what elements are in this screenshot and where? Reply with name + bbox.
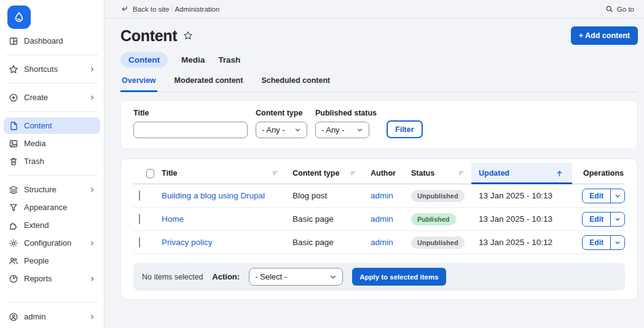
content-type-select[interactable]: - Any - <box>256 122 307 138</box>
trash-icon <box>9 157 18 166</box>
sidebar-item-dashboard[interactable]: Dashboard <box>4 33 100 49</box>
tab-content[interactable]: Content <box>120 52 168 68</box>
sidebar-item-reports[interactable]: Reports <box>4 270 100 287</box>
image-icon <box>9 139 18 149</box>
goto-search[interactable]: Go to <box>605 5 634 13</box>
chevron-right-icon <box>89 314 95 320</box>
content-title-link[interactable]: Building a blog using Drupal <box>162 191 265 200</box>
sidebar-item-admin-account[interactable]: admin <box>4 308 100 325</box>
sidebar-item-appearance[interactable]: Appearance <box>4 199 100 216</box>
chevron-down-icon[interactable] <box>610 213 624 226</box>
page-title: Content <box>120 27 177 45</box>
sidebar-spacer <box>0 287 104 297</box>
author-link[interactable]: admin <box>371 214 393 224</box>
table-row: Privacy policy Basic page admin Unpublis… <box>133 231 625 254</box>
chevron-down-icon[interactable] <box>610 189 624 203</box>
row-checkbox[interactable] <box>139 190 140 201</box>
breadcrumb[interactable]: Administration <box>175 6 219 13</box>
edit-button[interactable]: Edit <box>583 189 610 203</box>
row-checkbox[interactable] <box>139 237 140 248</box>
layers-icon <box>9 185 18 195</box>
select-all-checkbox[interactable] <box>146 169 154 178</box>
sidebar-item-structure[interactable]: Structure <box>4 181 100 198</box>
document-icon <box>9 121 18 131</box>
toolbar-separator <box>171 5 172 13</box>
content-type-cell: Basic page <box>285 238 363 247</box>
content-title-link[interactable]: Privacy policy <box>162 238 213 247</box>
divider <box>6 83 98 84</box>
goto-label: Go to <box>617 6 634 13</box>
column-header-status[interactable]: Status <box>404 163 471 184</box>
edit-split-button: Edit <box>582 212 625 227</box>
plus-circle-icon <box>9 93 18 103</box>
people-icon <box>9 256 18 266</box>
filter-button[interactable]: Filter <box>387 120 423 138</box>
sidebar-item-create[interactable]: Create <box>4 89 100 106</box>
admin-toolbar: Back to site Administration Go to <box>105 0 644 18</box>
column-header-title[interactable]: Title <box>154 163 285 184</box>
tab-overview[interactable]: Overview <box>120 76 157 92</box>
edit-button[interactable]: Edit <box>583 236 610 249</box>
divider <box>6 175 98 176</box>
updated-cell: 13 Jan 2025 - 10:13 <box>471 191 572 200</box>
title-filter-label: Title <box>133 109 248 117</box>
gear-icon <box>9 238 18 248</box>
column-header-content-type[interactable]: Content type <box>285 163 363 184</box>
sidebar-item-label: People <box>24 256 49 265</box>
sidebar-item-label: Appearance <box>24 203 67 212</box>
person-circle-icon <box>9 312 18 322</box>
content-type-select-value: - Any - <box>262 125 285 135</box>
table-header-row: Title Content type Author Status <box>133 163 625 184</box>
sidebar-item-content[interactable]: Content <box>4 117 100 134</box>
chevron-down-icon <box>356 127 363 133</box>
author-link[interactable]: admin <box>371 238 393 247</box>
apply-to-selected-button[interactable]: Apply to selected items <box>352 268 446 286</box>
add-content-button[interactable]: + Add content <box>571 26 638 45</box>
bulk-action-select-value: - Select - <box>255 272 287 281</box>
status-badge: Unpublished <box>411 236 465 249</box>
sidebar-item-extend[interactable]: Extend <box>4 217 100 233</box>
return-arrow-icon <box>120 5 128 13</box>
bookmark-star-icon[interactable] <box>183 31 193 41</box>
chevron-down-icon <box>329 273 337 281</box>
bulk-actions-bar: No items selected Action: - Select - App… <box>133 263 625 291</box>
row-checkbox[interactable] <box>139 214 140 224</box>
edit-button[interactable]: Edit <box>583 213 610 226</box>
sidebar-item-media[interactable]: Media <box>4 135 100 152</box>
back-to-site-link[interactable]: Back to site <box>120 5 169 13</box>
tab-trash[interactable]: Trash <box>218 55 240 64</box>
content-title-link[interactable]: Home <box>162 214 184 224</box>
chevron-down-icon[interactable] <box>610 236 624 249</box>
chevron-right-icon <box>89 66 95 72</box>
tab-scheduled-content[interactable]: Scheduled content <box>260 76 331 92</box>
tab-moderated-content[interactable]: Moderated content <box>173 76 245 92</box>
published-status-select[interactable]: - Any - <box>315 122 369 138</box>
table-row: Building a blog using Drupal Blog post a… <box>133 184 625 208</box>
sidebar-item-label: Extend <box>24 221 49 230</box>
sidebar-item-people[interactable]: People <box>4 252 100 269</box>
sidebar: Dashboard Shortcuts Create <box>0 0 104 328</box>
primary-tabs: Content Media Trash <box>120 52 638 68</box>
drupal-logo[interactable] <box>7 6 31 29</box>
edit-split-button: Edit <box>582 235 625 250</box>
sidebar-item-configuration[interactable]: Configuration <box>4 235 100 251</box>
content-type-cell: Blog post <box>285 191 363 200</box>
sidebar-item-trash[interactable]: Trash <box>4 153 100 170</box>
main-area: Back to site Administration Go to Conten… <box>105 0 644 328</box>
status-badge: Published <box>411 213 456 225</box>
sidebar-item-label: Content <box>24 121 52 130</box>
bulk-action-select[interactable]: - Select - <box>249 268 343 286</box>
content-type-filter-label: Content type <box>256 109 307 117</box>
column-header-updated[interactable]: Updated <box>471 163 572 184</box>
sidebar-item-label: Dashboard <box>24 36 63 45</box>
title-filter-input[interactable] <box>133 122 248 138</box>
sidebar-item-label: Media <box>24 139 45 148</box>
back-to-site-label: Back to site <box>133 6 169 13</box>
updated-cell: 13 Jan 2025 - 10:12 <box>471 238 572 247</box>
column-header-author[interactable]: Author <box>363 163 404 184</box>
author-link[interactable]: admin <box>371 191 393 200</box>
logo-wrap <box>0 0 104 32</box>
published-status-select-value: - Any - <box>321 125 345 135</box>
sidebar-item-shortcuts[interactable]: Shortcuts <box>4 61 100 77</box>
tab-media[interactable]: Media <box>181 55 205 64</box>
